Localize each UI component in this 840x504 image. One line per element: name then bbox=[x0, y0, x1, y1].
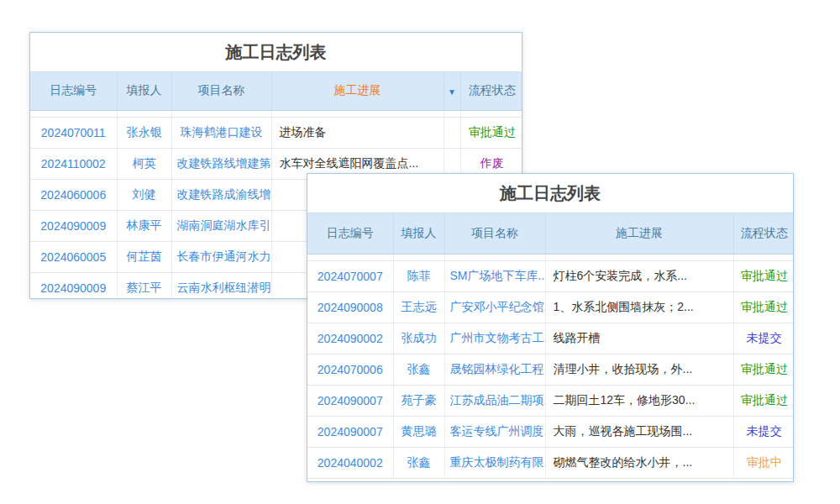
reporter-link[interactable]: 林康平 bbox=[117, 210, 171, 241]
partial-cell bbox=[30, 110, 117, 117]
reporter-link[interactable]: 柯英 bbox=[117, 148, 171, 179]
table-row: 2024090008王志远广安邓小平纪念馆...1、水系北侧围墙抹灰；2...审… bbox=[307, 291, 794, 323]
log-id-link[interactable]: 2024090007 bbox=[307, 385, 393, 416]
column-header-reporter: 填报人 bbox=[393, 213, 444, 254]
partial-cell bbox=[444, 254, 545, 260]
reporter-link[interactable]: 张鑫 bbox=[393, 447, 444, 478]
log-id-link[interactable]: 2024090007 bbox=[307, 416, 393, 447]
log-id-link[interactable]: 2024090009 bbox=[30, 210, 117, 241]
construction-log-table: 日志编号 填报人 项目名称 施工进展 流程状态 2024070007陈菲SM广场… bbox=[307, 213, 794, 479]
project-link[interactable]: 广州市文物考古工... bbox=[444, 323, 545, 354]
progress-text: 线路开槽 bbox=[545, 323, 733, 354]
status-badge: 未提交 bbox=[733, 323, 794, 354]
status-badge: 审批通过 bbox=[460, 117, 522, 148]
status-badge: 审批通过 bbox=[733, 354, 794, 385]
chevron-down-icon[interactable]: ▼ bbox=[448, 87, 456, 97]
project-link[interactable]: 长春市伊通河水力... bbox=[171, 241, 271, 272]
partial-cell bbox=[733, 254, 794, 260]
filter-arrow-column-cell bbox=[444, 117, 460, 148]
column-header-log-id: 日志编号 bbox=[30, 72, 117, 110]
column-header-status: 流程状态 bbox=[733, 213, 794, 254]
column-header-progress-filtered[interactable]: 施工进展 bbox=[271, 72, 444, 110]
column-header-reporter: 填报人 bbox=[117, 72, 171, 110]
column-header-progress: 施工进展 bbox=[545, 213, 733, 254]
progress-text: 进场准备 bbox=[271, 117, 444, 148]
partially-scrolled-row bbox=[30, 110, 522, 117]
log-id-link[interactable]: 2024070011 bbox=[30, 117, 117, 148]
reporter-link[interactable]: 蔡江平 bbox=[117, 272, 171, 299]
column-header-project: 项目名称 bbox=[444, 213, 545, 254]
page-title: 施工日志列表 bbox=[307, 174, 793, 213]
table-row: 2024070006张鑫晟铭园林绿化工程清理小井，收拾现场，外...审批通过 bbox=[307, 354, 794, 385]
reporter-link[interactable]: 苑子豪 bbox=[393, 385, 444, 416]
status-badge: 审批中 bbox=[733, 447, 794, 478]
project-link[interactable]: 改建铁路成渝线增... bbox=[171, 179, 271, 210]
table-row: 2024090002张成功广州市文物考古工...线路开槽未提交 bbox=[307, 323, 794, 354]
progress-text: 二期回土12车，修地形30... bbox=[545, 385, 733, 416]
table-header-row: 日志编号 填报人 项目名称 施工进展 ▼ 流程状态 bbox=[30, 72, 522, 110]
project-link[interactable]: 珠海鹤港口建设 bbox=[171, 117, 271, 148]
project-link[interactable]: 客运专线广州调度... bbox=[444, 416, 545, 447]
log-id-link[interactable]: 2024060005 bbox=[30, 241, 117, 272]
reporter-link[interactable]: 张成功 bbox=[393, 323, 444, 354]
log-id-link[interactable]: 2024060006 bbox=[30, 179, 117, 210]
partial-cell bbox=[444, 110, 460, 117]
partial-cell bbox=[545, 254, 733, 260]
status-badge: 审批通过 bbox=[733, 291, 794, 323]
progress-text: 灯柱6个安装完成，水系... bbox=[545, 260, 733, 291]
partial-cell bbox=[171, 110, 271, 117]
project-link[interactable]: 重庆太极制药有限... bbox=[444, 447, 545, 478]
partial-cell bbox=[271, 110, 444, 117]
table-header-row: 日志编号 填报人 项目名称 施工进展 流程状态 bbox=[307, 213, 794, 254]
page-title: 施工日志列表 bbox=[30, 33, 522, 72]
column-header-log-id: 日志编号 bbox=[307, 213, 393, 254]
progress-text: 大雨，巡视各施工现场围... bbox=[545, 416, 733, 447]
project-link[interactable]: 改建铁路线增建第... bbox=[171, 148, 271, 179]
reporter-link[interactable]: 王志远 bbox=[393, 291, 444, 323]
reporter-link[interactable]: 黄思璐 bbox=[393, 416, 444, 447]
status-badge: 审批通过 bbox=[733, 260, 794, 291]
partial-cell bbox=[117, 110, 171, 117]
log-id-link[interactable]: 2024110002 bbox=[30, 148, 117, 179]
reporter-link[interactable]: 张永银 bbox=[117, 117, 171, 148]
reporter-link[interactable]: 张鑫 bbox=[393, 354, 444, 385]
column-header-status: 流程状态 bbox=[460, 72, 522, 110]
log-id-link[interactable]: 2024070007 bbox=[307, 260, 393, 291]
column-header-project: 项目名称 bbox=[171, 72, 271, 110]
log-id-link[interactable]: 2024090008 bbox=[307, 291, 393, 323]
status-badge: 审批通过 bbox=[733, 385, 794, 416]
table-row: 2024090007黄思璐客运专线广州调度...大雨，巡视各施工现场围...未提… bbox=[307, 416, 794, 447]
project-link[interactable]: 江苏成品油二期项... bbox=[444, 385, 545, 416]
project-link[interactable]: 广安邓小平纪念馆... bbox=[444, 291, 545, 323]
project-link[interactable]: 晟铭园林绿化工程 bbox=[444, 354, 545, 385]
partially-scrolled-row bbox=[307, 254, 794, 260]
table-row: 2024070007陈菲SM广场地下车库...灯柱6个安装完成，水系...审批通… bbox=[307, 260, 794, 291]
table-row: 2024090007苑子豪江苏成品油二期项...二期回土12车，修地形30...… bbox=[307, 385, 794, 416]
log-id-link[interactable]: 2024090002 bbox=[307, 323, 393, 354]
reporter-link[interactable]: 何芷茵 bbox=[117, 241, 171, 272]
partial-cell bbox=[393, 254, 444, 260]
table-row: 2024070011张永银珠海鹤港口建设进场准备审批通过 bbox=[30, 117, 522, 148]
progress-text: 砌燃气整改的给水小井，... bbox=[545, 447, 733, 478]
table-row: 2024040002张鑫重庆太极制药有限...砌燃气整改的给水小井，...审批中 bbox=[307, 447, 794, 478]
project-link[interactable]: 云南水利枢纽潜明... bbox=[171, 272, 271, 299]
reporter-link[interactable]: 刘健 bbox=[117, 179, 171, 210]
status-badge: 未提交 bbox=[733, 416, 794, 447]
filter-dropdown-cell[interactable]: ▼ bbox=[444, 72, 460, 110]
progress-text: 清理小井，收拾现场，外... bbox=[545, 354, 733, 385]
progress-text: 1、水系北侧围墙抹灰；2... bbox=[545, 291, 733, 323]
log-id-link[interactable]: 2024070006 bbox=[307, 354, 393, 385]
reporter-link[interactable]: 陈菲 bbox=[393, 260, 444, 291]
partial-cell bbox=[460, 110, 522, 117]
log-id-link[interactable]: 2024090009 bbox=[30, 272, 117, 299]
project-link[interactable]: 湖南洞庭湖水库引... bbox=[171, 210, 271, 241]
log-id-link[interactable]: 2024040002 bbox=[307, 447, 393, 478]
project-link[interactable]: SM广场地下车库... bbox=[444, 260, 545, 291]
partial-cell bbox=[307, 254, 393, 260]
construction-log-list-window-front: 施工日志列表 日志编号 填报人 项目名称 施工进展 流程状态 202407000… bbox=[307, 173, 794, 482]
